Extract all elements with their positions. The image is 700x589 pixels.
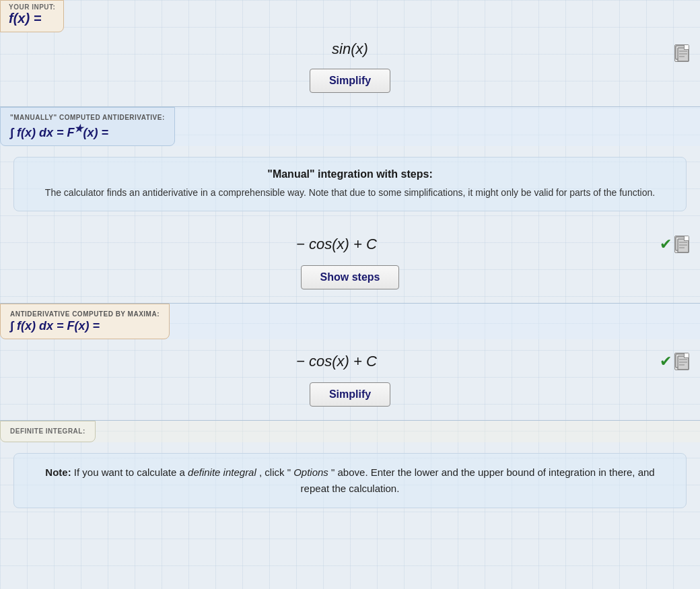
svg-rect-6 [678, 239, 689, 252]
note-bold: Note: [45, 466, 71, 478]
svg-rect-11 [678, 356, 689, 370]
info-box-title: "Manual" integration with steps: [30, 168, 670, 180]
info-box-text: The calculator finds an antiderivative i… [30, 186, 670, 200]
info-box: "Manual" integration with steps: The cal… [13, 157, 687, 211]
manual-small-label: "MANUALLY" COMPUTED ANTIDERIVATIVE: [10, 114, 165, 121]
input-formula: f(x) = [9, 11, 55, 26]
copy-icon-top[interactable] [674, 44, 689, 62]
note-text-2: , click " [259, 466, 291, 478]
copy-icon-maxima[interactable] [674, 353, 689, 370]
note-text-1: If you want to calculate a [74, 466, 188, 478]
manual-label-container: "MANUALLY" COMPUTED ANTIDERIVATIVE: ∫ f(… [0, 107, 700, 146]
show-steps-btn-row: Show steps [0, 260, 700, 303]
manual-formula-label: ∫ f(x) dx = F★(x) = [10, 123, 165, 140]
manual-antiderivative-label: "MANUALLY" COMPUTED ANTIDERIVATIVE: ∫ f(… [0, 107, 175, 146]
note-italic: definite integral [188, 466, 256, 478]
simplify-btn-row-maxima: Simplify [0, 377, 700, 420]
show-steps-button[interactable]: Show steps [301, 265, 400, 289]
input-area: sin(x) Simplify [0, 0, 700, 106]
maxima-result-icons: ✔ [660, 353, 689, 370]
note-options: Options [293, 466, 328, 478]
main-container: YOUR INPUT: f(x) = sin(x) Simplify [0, 0, 700, 508]
maxima-result-row: − cos(x) + C ✔ [0, 339, 700, 377]
manual-result-icons: ✔ [660, 236, 689, 253]
manual-result-math: − cos(x) + C [13, 236, 660, 253]
svg-rect-1 [678, 48, 689, 61]
maxima-small-label: ANTIDERIVATIVE COMPUTED BY MAXIMA: [10, 310, 160, 318]
note-text-3: " above. Enter the lower and the upper b… [301, 466, 655, 494]
your-input-text: YOUR INPUT: [9, 3, 55, 11]
note-box: Note: If you want to calculate a definit… [13, 453, 687, 508]
your-input-label: YOUR INPUT: f(x) = [0, 0, 64, 32]
simplify-button-maxima[interactable]: Simplify [310, 382, 390, 407]
input-math-display: sin(x) [332, 40, 368, 58]
maxima-formula-label: ∫ f(x) dx = F(x) = [10, 319, 160, 333]
definite-label-container: DEFINITE INTEGRAL: [0, 421, 700, 442]
simplify-button-top[interactable]: Simplify [310, 69, 390, 93]
check-icon-maxima: ✔ [660, 353, 672, 370]
check-icon-manual: ✔ [660, 236, 672, 253]
maxima-result-math: − cos(x) + C [13, 353, 660, 370]
definite-integral-label: DEFINITE INTEGRAL: [0, 421, 96, 442]
manual-result-row: − cos(x) + C ✔ [0, 222, 700, 260]
maxima-label-container: ANTIDERIVATIVE COMPUTED BY MAXIMA: ∫ f(x… [0, 304, 700, 339]
copy-icon-manual[interactable] [674, 236, 689, 253]
definite-small-label: DEFINITE INTEGRAL: [10, 427, 85, 435]
maxima-antiderivative-label: ANTIDERIVATIVE COMPUTED BY MAXIMA: ∫ f(x… [0, 304, 170, 339]
copy-icon-area-top [674, 44, 689, 62]
